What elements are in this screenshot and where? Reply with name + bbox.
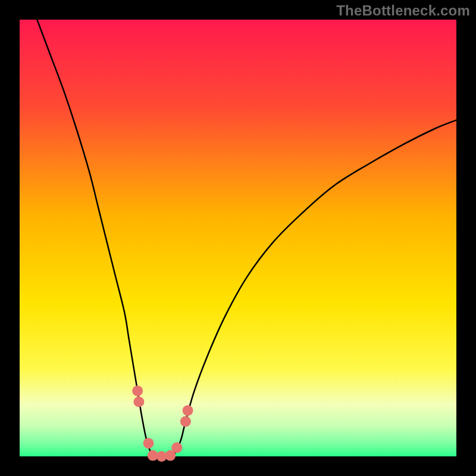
chart-root: TheBottleneck.com bbox=[0, 0, 476, 476]
bottleneck-chart bbox=[0, 0, 476, 476]
marker-point bbox=[143, 438, 154, 449]
plot-background bbox=[20, 20, 456, 456]
marker-point bbox=[133, 396, 144, 407]
marker-point bbox=[132, 386, 143, 396]
watermark-text: TheBottleneck.com bbox=[336, 2, 470, 19]
marker-point bbox=[183, 405, 193, 416]
marker-point bbox=[171, 442, 182, 453]
marker-point bbox=[180, 416, 191, 427]
